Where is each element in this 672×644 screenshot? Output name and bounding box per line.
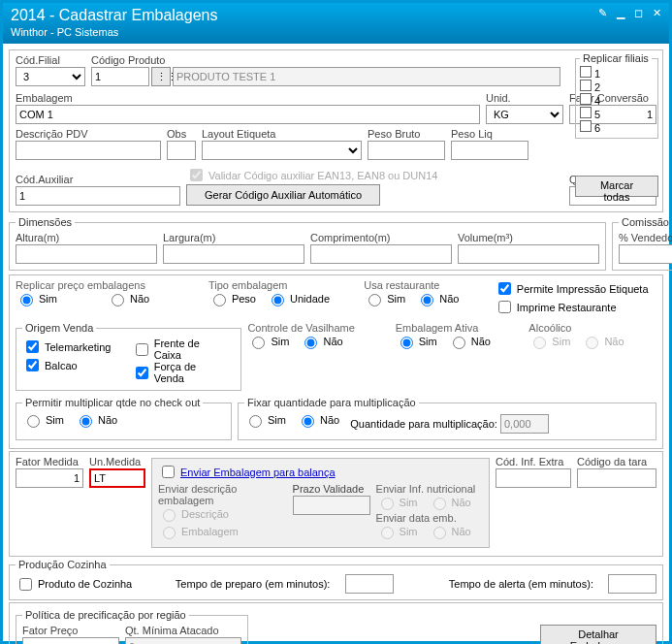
- origem-telemarketing[interactable]: Telemarketing: [22, 338, 111, 356]
- volume-input[interactable]: [458, 244, 599, 264]
- fixar-qtd-nao[interactable]: Não: [297, 412, 339, 428]
- window-title: 2014 - Cadastrar Embalagens: [11, 7, 217, 24]
- window-subtitle: Winthor - PC Sistemas: [11, 26, 217, 38]
- minimize-icon[interactable]: ▁: [617, 7, 624, 19]
- emb-ativa-nao[interactable]: Não: [448, 334, 491, 349]
- fator-preco-input[interactable]: [22, 637, 119, 644]
- filial-check-4[interactable]: 4: [580, 93, 654, 107]
- alcoolico-nao: Não: [581, 334, 624, 349]
- usa-rest-sim[interactable]: Sim: [364, 291, 405, 306]
- embalagem-input[interactable]: [16, 105, 480, 124]
- label-peso-bruto: Peso Bruto: [368, 128, 445, 140]
- prazo-validade-input: [293, 496, 370, 515]
- titlebar: 2014 - Cadastrar Embalagens Winthor - PC…: [3, 3, 669, 44]
- origem-frente-caixa[interactable]: Frente de Caixa: [132, 338, 228, 361]
- label-layout-etiq: Layout Etiqueta: [202, 128, 362, 140]
- codigo-tara-input[interactable]: [577, 468, 656, 488]
- peso-liq-input[interactable]: [451, 141, 528, 160]
- permite-impressao-check[interactable]: Permite Impressão Etiqueta: [495, 279, 649, 298]
- search-product-button[interactable]: ⋮⋮: [151, 67, 171, 86]
- comprimento-input[interactable]: [310, 244, 452, 264]
- tipo-emb-unidade[interactable]: Unidade: [267, 291, 330, 306]
- unid-select[interactable]: KG: [486, 105, 563, 124]
- perm-mult-sim[interactable]: Sim: [22, 412, 64, 428]
- marcar-todas-button[interactable]: Marcar todas: [575, 176, 658, 197]
- usa-rest-nao[interactable]: Não: [416, 291, 459, 306]
- edit-icon[interactable]: ✎: [598, 7, 607, 19]
- fixar-qtd-sim[interactable]: Sim: [244, 412, 286, 428]
- top-fieldset: Cód.Filial 3 Código Produto ⋮⋮ Embalagem…: [9, 49, 663, 212]
- comissao-venda-group: Comissão de Venda % Vendedor Interno % V…: [612, 216, 672, 271]
- descricao-pdv-input[interactable]: [16, 141, 161, 160]
- produto-nome-display: [173, 67, 560, 86]
- codigo-produto-input[interactable]: [91, 67, 149, 86]
- obs-input[interactable]: [167, 141, 196, 160]
- data-emb-sim: Sim: [376, 524, 418, 539]
- label-cod-aux: Cód.Auxiliar: [16, 174, 180, 185]
- producao-cozinha-group: Produção Cozinha Produto de Cozinha Temp…: [9, 559, 663, 600]
- emb-ativa-sim[interactable]: Sim: [396, 334, 437, 349]
- label-peso-liq: Peso Liq: [451, 128, 528, 140]
- filial-check-1[interactable]: 1: [580, 66, 654, 80]
- filial-check-6[interactable]: 6: [580, 120, 654, 134]
- perm-mult-nao[interactable]: Não: [75, 412, 117, 428]
- cod-filial-select[interactable]: 3: [16, 67, 85, 86]
- qt-min-atacado-input: [125, 637, 241, 644]
- label-codigo-produto: Código Produto: [91, 54, 560, 66]
- altura-input[interactable]: [16, 244, 157, 264]
- cod-auxiliar-input[interactable]: [16, 186, 180, 206]
- filial-check-5[interactable]: 5: [580, 107, 654, 120]
- balanca-fieldset: Fator Medida Un.Medida Enviar Embalagem …: [9, 451, 663, 557]
- inf-nut-sim: Sim: [376, 495, 418, 510]
- cod-inf-extra-input[interactable]: [496, 468, 571, 488]
- qtd-mult-input: [500, 414, 549, 434]
- largura-input[interactable]: [163, 244, 304, 264]
- enviar-balanca-check[interactable]: Enviar Embalagem para balança: [158, 463, 336, 481]
- un-medida-input[interactable]: [89, 468, 145, 488]
- label-unid: Unid.: [486, 92, 563, 104]
- label-cod-filial: Cód.Filial: [16, 54, 85, 66]
- fator-medida-input[interactable]: [16, 468, 83, 488]
- vasilhame-nao[interactable]: Não: [300, 334, 342, 349]
- politica-precif-group: Política de precificação por região Fato…: [16, 609, 248, 644]
- replicar-filiais-group: Replicar filiais 1 2 4 5 6: [575, 52, 658, 139]
- alcoolico-sim: Sim: [528, 334, 570, 349]
- detalhar-embalagem-button[interactable]: Detalhar Embalagem: [540, 625, 656, 644]
- label-desc-pdv: Descrição PDV: [16, 128, 161, 140]
- replicar-preco-nao[interactable]: Não: [107, 291, 149, 306]
- tipo-emb-peso[interactable]: Peso: [208, 291, 256, 306]
- vasilhame-sim[interactable]: Sim: [247, 334, 289, 349]
- tempo-preparo-input[interactable]: [345, 574, 394, 594]
- pct-vend-int-input[interactable]: [619, 244, 672, 264]
- bottom-fieldset: Política de precificação por região Fato…: [9, 602, 663, 644]
- validar-cod-aux-check: Validar Código auxiliar EAN13, EAN8 ou D…: [186, 166, 556, 184]
- imprime-rest-check[interactable]: Imprime Restaurante: [495, 298, 617, 316]
- maximize-icon[interactable]: ◻: [634, 7, 643, 19]
- label-obs: Obs: [167, 128, 196, 140]
- produto-cozinha-check[interactable]: Produto de Cozinha: [16, 575, 162, 594]
- tempo-alerta-input[interactable]: [608, 574, 656, 594]
- data-emb-nao: Não: [429, 524, 471, 539]
- replicar-preco-sim[interactable]: Sim: [16, 291, 57, 306]
- inf-nut-nao: Não: [429, 495, 471, 510]
- desc-emb-descricao: Descrição: [158, 506, 229, 522]
- peso-bruto-input[interactable]: [368, 141, 445, 160]
- label-embalagem: Embalagem: [16, 92, 480, 104]
- close-icon[interactable]: ✕: [653, 7, 661, 19]
- dimensoes-group: Dimensões Altura(m) Largura(m) Comprimen…: [9, 216, 606, 271]
- layout-etiqueta-select[interactable]: [202, 141, 362, 160]
- origem-forca-venda[interactable]: Força de Venda: [132, 361, 228, 384]
- gerar-cod-aux-button[interactable]: Gerar Código Auxiliar Automático: [186, 184, 380, 206]
- filial-check-2[interactable]: 2: [580, 80, 654, 93]
- middle-fieldset: Replicar preço embalagens Sim Não Tipo e…: [9, 274, 663, 449]
- desc-emb-embalagem: Embalagem: [158, 524, 239, 539]
- origem-balcao[interactable]: Balcao: [22, 356, 78, 374]
